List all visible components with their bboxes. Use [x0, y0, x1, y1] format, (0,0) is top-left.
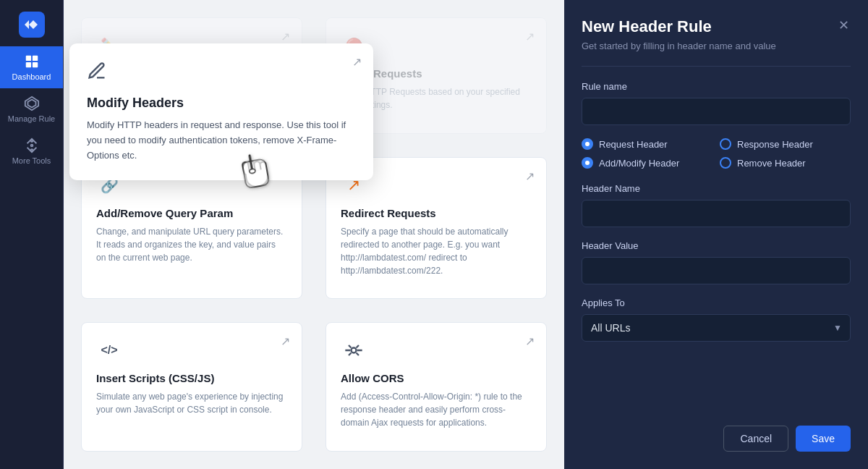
redirect-desc: Specify a page that should be automatica…: [341, 225, 532, 277]
save-button[interactable]: Save: [796, 426, 851, 452]
sidebar-item-more-tools-label: More Tools: [12, 156, 51, 165]
svg-point-8: [30, 145, 33, 147]
cors-title: Allow CORS: [341, 372, 532, 384]
request-header-label: Request Header: [599, 139, 668, 150]
cancel-button[interactable]: Cancel: [723, 426, 788, 452]
scripts-title: Insert Scripts (CSS/JS): [96, 372, 287, 384]
tooltip-description: Modify HTTP headers in request and respo…: [87, 118, 356, 163]
svg-rect-11: [242, 159, 270, 188]
svg-point-10: [352, 348, 357, 353]
remove-header-radio[interactable]: Remove Header: [720, 157, 851, 169]
rule-name-label: Rule name: [582, 81, 851, 92]
expand-icon-2: ↗: [525, 30, 535, 43]
panel-subtitle: Get started by filling in header name an…: [582, 41, 851, 51]
header-type-radio-group: Request Header Response Header Add/Modif…: [582, 138, 851, 169]
svg-rect-3: [25, 62, 30, 67]
tooltip-expand-icon: ↗: [352, 55, 362, 69]
tool-card-cors[interactable]: ↗ Allow CORS Add (Access-Control-Allow-O…: [326, 322, 547, 452]
request-header-indicator: [582, 138, 593, 150]
panel-title: New Header Rule: [582, 17, 712, 36]
add-modify-header-indicator: [582, 157, 593, 169]
scripts-desc: Simulate any web page's experience by in…: [96, 390, 287, 416]
response-header-radio[interactable]: Response Header: [720, 138, 851, 150]
panel-header: New Header Rule ✕: [582, 17, 851, 36]
svg-point-12: [249, 169, 255, 174]
sidebar-item-manage-rule-label: Manage Rule: [8, 114, 55, 123]
remove-header-indicator: [720, 157, 731, 169]
scripts-icon: </>: [96, 337, 122, 363]
svg-rect-2: [32, 56, 37, 61]
main-content: ✏️ ↗ Modify Headers ⛔ ↗ Block Requests B…: [64, 0, 564, 469]
tooltip-icon: [87, 61, 113, 87]
close-button[interactable]: ✕: [837, 17, 851, 33]
applies-to-select[interactable]: All URLsSpecific URLs: [582, 314, 851, 342]
sidebar: Dashboard Manage Rule More Tools: [0, 0, 64, 469]
add-modify-header-label: Add/Modify Header: [599, 158, 679, 169]
panel-divider: [582, 66, 851, 67]
redirect-title: Redirect Requests: [341, 207, 532, 219]
header-name-label: Header Name: [582, 183, 851, 194]
tooltip-title: Modify Headers: [87, 96, 356, 111]
query-param-desc: Change, and manipulate URL query paramet…: [96, 225, 287, 264]
app-logo: [16, 9, 48, 41]
applies-to-label: Applies To: [582, 297, 851, 308]
header-name-input[interactable]: [582, 200, 851, 227]
query-param-title: Add/Remove Query Param: [96, 207, 287, 219]
expand-icon-4: ↗: [525, 169, 535, 183]
cors-icon: [341, 337, 367, 363]
panel-footer: Cancel Save: [582, 426, 851, 452]
expand-icon-5: ↗: [281, 334, 290, 348]
remove-header-label: Remove Header: [737, 158, 806, 169]
sidebar-item-more-tools[interactable]: More Tools: [0, 130, 63, 172]
expand-icon: ↗: [281, 30, 290, 43]
modify-headers-tooltip: ↗ Modify Headers Modify HTTP headers in …: [69, 43, 373, 180]
sidebar-item-dashboard[interactable]: Dashboard: [0, 46, 63, 88]
svg-rect-1: [25, 56, 30, 61]
svg-marker-6: [27, 100, 35, 108]
rule-name-input[interactable]: [582, 98, 851, 125]
expand-icon-6: ↗: [525, 334, 535, 348]
header-value-input[interactable]: [582, 257, 851, 284]
tool-card-scripts[interactable]: </> ↗ Insert Scripts (CSS/JS) Simulate a…: [81, 322, 302, 452]
response-header-label: Response Header: [737, 139, 813, 150]
cors-desc: Add (Access-Control-Allow-Origin: *) rul…: [341, 390, 532, 429]
right-panel: New Header Rule ✕ Get started by filling…: [564, 0, 868, 469]
add-modify-header-radio[interactable]: Add/Modify Header: [582, 157, 712, 169]
header-value-label: Header Value: [582, 240, 851, 251]
applies-to-wrapper: All URLsSpecific URLs ▼: [582, 314, 851, 342]
svg-rect-4: [32, 62, 37, 67]
response-header-indicator: [720, 138, 731, 150]
request-header-radio[interactable]: Request Header: [582, 138, 712, 150]
sidebar-item-manage-rule[interactable]: Manage Rule: [0, 88, 63, 130]
sidebar-item-dashboard-label: Dashboard: [12, 72, 51, 81]
